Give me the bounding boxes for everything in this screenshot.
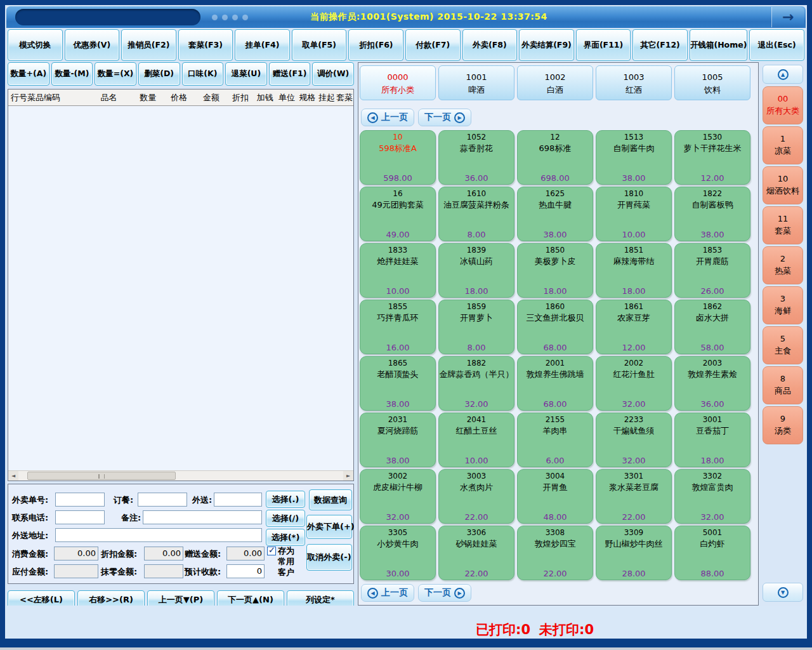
place-takeout-order-button[interactable]: 外卖下单(+) <box>306 515 352 539</box>
main-toolbar-button[interactable]: 挂单(F4) <box>235 29 290 61</box>
big-category-button[interactable]: 1 凉菜 <box>763 126 803 164</box>
menu-item[interactable]: 1530 萝卜干拌花生米 12.00 <box>674 130 750 185</box>
main-toolbar-button[interactable]: 套菜(F3) <box>178 29 233 61</box>
checkbox-icon[interactable] <box>267 547 276 555</box>
menu-item[interactable]: 10 598标准A 598.00 <box>360 130 436 185</box>
main-toolbar-button[interactable]: 折扣(F6) <box>348 29 403 61</box>
address-input[interactable] <box>55 528 262 542</box>
cancel-takeout-button[interactable]: 取消外卖(-) <box>306 544 352 571</box>
main-toolbar-button[interactable]: 取单(F5) <box>292 29 347 61</box>
category-scroll-up-button[interactable]: ▲ <box>763 65 803 84</box>
menu-item[interactable]: 1052 蒜香肘花 36.00 <box>438 130 514 185</box>
menu-item[interactable]: 1610 油豆腐菠菜拌粉条 8.00 <box>438 187 514 241</box>
menu-item[interactable]: 1882 金牌蒜香鸡（半只） 32.00 <box>438 356 514 411</box>
menu-item[interactable]: 3305 小炒黄牛肉 30.00 <box>360 526 436 580</box>
order-list[interactable] <box>8 106 353 470</box>
scrollbar-thumb[interactable] <box>27 472 176 480</box>
main-toolbar-button[interactable]: 优惠券(V) <box>65 29 120 61</box>
menu-item[interactable]: 1839 冰镇山药 18.00 <box>438 243 514 298</box>
order-toolbar-button[interactable]: 退菜(U) <box>225 62 267 86</box>
category-scroll-down-button[interactable]: ▼ <box>763 583 803 602</box>
subcategory-tab[interactable]: 1005 饮料 <box>674 65 750 100</box>
select-slash-button[interactable]: 选择(/) <box>266 510 305 527</box>
order-toolbar-button[interactable]: 数量=(X) <box>95 62 136 86</box>
menu-item[interactable]: 3309 野山椒炒牛肉丝 28.00 <box>596 526 672 580</box>
main-toolbar-button[interactable]: 其它(F12) <box>632 29 688 61</box>
booking-input[interactable] <box>138 493 187 507</box>
menu-item[interactable]: 1860 三文鱼拼北极贝 68.00 <box>517 300 593 354</box>
note-input[interactable] <box>143 510 262 524</box>
order-toolbar-button[interactable]: 数量-(M) <box>51 62 93 86</box>
grid-prev-page-button[interactable]: ◀ 上一页 <box>361 584 414 602</box>
menu-item[interactable]: 3302 敦煌富贵肉 32.00 <box>674 469 750 524</box>
menu-item[interactable]: 1822 自制酱板鸭 38.00 <box>674 187 750 241</box>
titlebar-arrow-button[interactable]: → <box>771 7 804 27</box>
subcategory-tab[interactable]: 1003 红酒 <box>596 65 672 100</box>
menu-item[interactable]: 1810 开胃莼菜 10.00 <box>596 187 672 241</box>
menu-item[interactable]: 1865 老醋顶蛰头 38.00 <box>360 356 436 411</box>
horizontal-scrollbar[interactable]: ◄ ► <box>8 470 353 481</box>
select-star-button[interactable]: 选择(*) <box>266 529 305 546</box>
menu-item[interactable]: 1625 热血牛腱 38.00 <box>517 187 593 241</box>
menu-item[interactable]: 2233 干煸鱿鱼须 32.00 <box>596 413 672 467</box>
menu-item[interactable]: 2001 敦煌养生佛跳墙 68.00 <box>517 356 593 411</box>
menu-item[interactable]: 3001 豆香茄丁 18.00 <box>674 413 750 467</box>
order-toolbar-button[interactable]: 调价(W) <box>312 62 354 86</box>
subcategory-tab[interactable]: 1002 白酒 <box>517 65 593 100</box>
phone-input[interactable] <box>55 510 105 524</box>
scroll-right-icon[interactable]: ► <box>343 471 353 481</box>
main-toolbar-button[interactable]: 外卖(F8) <box>462 29 518 61</box>
menu-item[interactable]: 16 49元团购套菜 49.00 <box>360 187 436 241</box>
menu-item[interactable]: 3003 水煮肉片 22.00 <box>438 469 514 524</box>
next-page-button[interactable]: 下一页 ▶ <box>418 109 471 126</box>
menu-item[interactable]: 3002 虎皮椒汁牛柳 32.00 <box>360 469 436 524</box>
save-customer-checkbox[interactable]: 存为常用客户 <box>267 545 301 580</box>
scroll-left-icon[interactable]: ◄ <box>8 471 18 481</box>
order-no-input[interactable] <box>55 493 105 507</box>
main-toolbar-button[interactable]: 模式切换 <box>8 29 63 61</box>
menu-item[interactable]: 2002 红花汁鱼肚 32.00 <box>596 356 672 411</box>
main-toolbar-button[interactable]: 界面(F11) <box>576 29 631 61</box>
menu-item[interactable]: 5001 白灼虾 88.00 <box>674 526 750 580</box>
menu-item[interactable]: 1853 开胃鹿筋 26.00 <box>674 243 750 298</box>
order-toolbar-button[interactable]: 数量+(A) <box>8 62 49 86</box>
grid-next-page-button[interactable]: 下一页 ▶ <box>418 584 471 602</box>
subcategory-tab[interactable]: 0000 所有小类 <box>360 65 436 100</box>
select-dot-button[interactable]: 选择(.) <box>266 491 305 508</box>
main-toolbar-button[interactable]: 退出(Esc) <box>749 29 804 61</box>
order-toolbar-button[interactable]: 赠送(F1) <box>269 62 311 86</box>
menu-item[interactable]: 3308 敦煌炒四宝 22.00 <box>517 526 593 580</box>
data-query-button[interactable]: 数据查询 <box>309 489 352 510</box>
subcategory-tab[interactable]: 1001 啤酒 <box>438 65 514 100</box>
expected-amount-input[interactable]: 0 <box>226 564 265 578</box>
menu-item[interactable]: 1855 巧拌青瓜环 16.00 <box>360 300 436 354</box>
big-category-button[interactable]: 00 所有大类 <box>763 86 803 124</box>
big-category-button[interactable]: 2 热菜 <box>763 246 803 284</box>
main-toolbar-button[interactable]: 外卖结算(F9) <box>519 29 574 61</box>
menu-item[interactable]: 3301 浆水菜老豆腐 22.00 <box>596 469 672 524</box>
main-toolbar-button[interactable]: 开钱箱(Home) <box>690 29 747 61</box>
delivery-input[interactable] <box>214 493 262 507</box>
big-category-button[interactable]: 8 商品 <box>763 366 803 404</box>
menu-item[interactable]: 2003 敦煌养生素烩 36.00 <box>674 356 750 411</box>
main-toolbar-button[interactable]: 推销员(F2) <box>121 29 176 61</box>
big-category-button[interactable]: 10 烟酒饮料 <box>763 166 803 204</box>
menu-item[interactable]: 1861 农家豆芽 12.00 <box>596 300 672 354</box>
big-category-button[interactable]: 11 套菜 <box>763 206 803 244</box>
prev-page-button[interactable]: ◀ 上一页 <box>361 109 414 126</box>
menu-item[interactable]: 3004 开胃鱼 48.00 <box>517 469 593 524</box>
big-category-button[interactable]: 5 主食 <box>763 326 803 364</box>
menu-item[interactable]: 1513 自制酱牛肉 38.00 <box>596 130 672 185</box>
menu-item[interactable]: 3306 砂锅娃娃菜 22.00 <box>438 526 514 580</box>
menu-item[interactable]: 2155 羊肉串 6.00 <box>517 413 593 467</box>
menu-item[interactable]: 1851 麻辣海带结 18.00 <box>596 243 672 298</box>
menu-item[interactable]: 1862 卤水大拼 58.00 <box>674 300 750 354</box>
order-toolbar-button[interactable]: 口味(K) <box>182 62 224 86</box>
menu-item[interactable]: 1859 开胃萝卜 8.00 <box>438 300 514 354</box>
menu-item[interactable]: 1850 美极萝卜皮 18.00 <box>517 243 593 298</box>
menu-item[interactable]: 1833 炝拌娃娃菜 10.00 <box>360 243 436 298</box>
order-toolbar-button[interactable]: 删菜(D) <box>138 62 180 86</box>
menu-item[interactable]: 12 698标准 698.00 <box>517 130 593 185</box>
main-toolbar-button[interactable]: 付款(F7) <box>405 29 461 61</box>
big-category-button[interactable]: 9 汤类 <box>763 406 803 444</box>
